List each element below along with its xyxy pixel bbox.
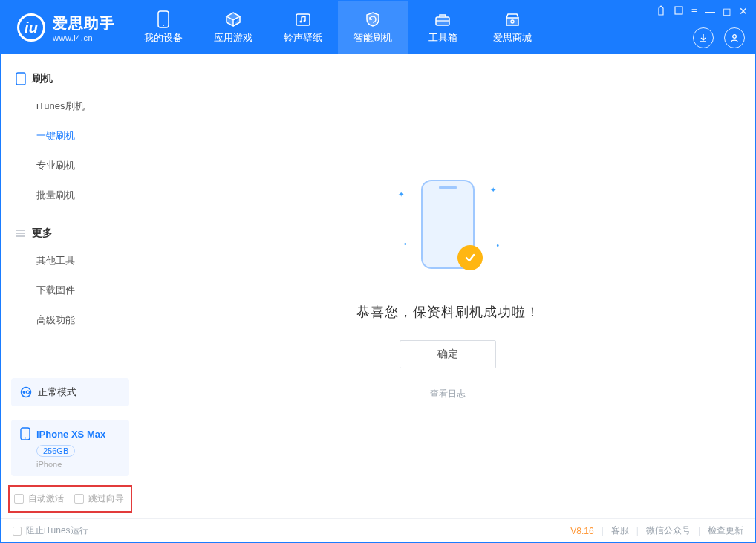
sidebar-item-itunes-flash[interactable]: iTunes刷机 bbox=[1, 91, 140, 121]
app-logo: iu 爱思助手 www.i4.cn bbox=[1, 1, 128, 54]
window-controls: ≡ — ◻ ✕ bbox=[656, 5, 748, 17]
link-check-update[interactable]: 检查更新 bbox=[708, 524, 743, 537]
svg-point-9 bbox=[733, 35, 737, 39]
menu-icon[interactable]: ≡ bbox=[691, 5, 697, 17]
mode-icon bbox=[20, 386, 32, 398]
device-name: iPhone XS Max bbox=[36, 429, 105, 440]
app-site: www.i4.cn bbox=[53, 33, 115, 42]
checkbox-block-itunes[interactable]: 阻止iTunes运行 bbox=[13, 524, 88, 537]
sidebar: 刷机 iTunes刷机 一键刷机 专业刷机 批量刷机 更多 其他工具 下载固件 … bbox=[1, 54, 140, 518]
header-tabs: 我的设备 应用游戏 铃声壁纸 智能刷机 工具箱 bbox=[128, 1, 547, 54]
check-badge-icon bbox=[457, 245, 483, 270]
checkbox-label: 阻止iTunes运行 bbox=[26, 524, 88, 537]
sidebar-group-flash: 刷机 bbox=[1, 66, 140, 91]
tab-label: 智能刷机 bbox=[353, 31, 392, 45]
checkbox-label: 自动激活 bbox=[28, 492, 64, 505]
tab-label: 爱思商城 bbox=[493, 31, 532, 45]
sparkle-icon: • bbox=[496, 241, 499, 250]
checkbox-skip-guide[interactable]: 跳过向导 bbox=[74, 492, 124, 505]
sidebar-group-title: 刷机 bbox=[32, 72, 53, 85]
view-log-link[interactable]: 查看日志 bbox=[430, 388, 466, 400]
device-info-box[interactable]: iPhone XS Max 256GB iPhone bbox=[11, 420, 129, 476]
app-body: 刷机 iTunes刷机 一键刷机 专业刷机 批量刷机 更多 其他工具 下载固件 … bbox=[1, 54, 755, 518]
device-small-icon bbox=[20, 427, 30, 440]
checkbox-icon bbox=[74, 494, 84, 504]
sparkle-icon: ✦ bbox=[398, 190, 404, 198]
account-icon[interactable] bbox=[724, 27, 745, 48]
device-type: iPhone bbox=[36, 460, 120, 469]
success-illustration: ✦ ✦ • • bbox=[392, 172, 504, 284]
svg-point-18 bbox=[25, 438, 26, 439]
close-button[interactable]: ✕ bbox=[739, 5, 748, 17]
svg-point-4 bbox=[304, 20, 306, 22]
tab-label: 我的设备 bbox=[144, 31, 183, 45]
app-header: iu 爱思助手 www.i4.cn 我的设备 应用游戏 铃声壁纸 bbox=[1, 1, 755, 54]
svg-point-3 bbox=[300, 21, 302, 23]
refresh-shield-icon bbox=[364, 10, 382, 28]
toolbox-icon bbox=[434, 10, 452, 28]
svg-rect-8 bbox=[675, 7, 682, 14]
music-folder-icon bbox=[294, 10, 312, 28]
device-capacity: 256GB bbox=[36, 445, 75, 457]
highlighted-checkbox-row: 自动激活 跳过向导 bbox=[8, 485, 132, 513]
tab-smart-flash[interactable]: 智能刷机 bbox=[338, 1, 408, 54]
status-right: V8.16 | 客服 | 微信公众号 | 检查更新 bbox=[570, 524, 743, 537]
logo-text: 爱思助手 www.i4.cn bbox=[53, 13, 115, 42]
tab-shop[interactable]: 爱思商城 bbox=[478, 1, 547, 54]
svg-point-1 bbox=[163, 25, 164, 26]
tab-label: 应用游戏 bbox=[214, 31, 252, 45]
checkbox-label: 跳过向导 bbox=[88, 492, 124, 505]
cloth-icon[interactable] bbox=[656, 5, 666, 17]
sparkle-icon: • bbox=[404, 240, 407, 248]
app-name: 爱思助手 bbox=[53, 13, 115, 33]
tab-ringtones-wallpapers[interactable]: 铃声壁纸 bbox=[268, 1, 338, 54]
device-mode-label: 正常模式 bbox=[38, 386, 76, 399]
sidebar-item-pro-flash[interactable]: 专业刷机 bbox=[1, 151, 140, 181]
phone-outline-icon bbox=[16, 72, 26, 85]
list-icon bbox=[16, 228, 26, 238]
main-content: ✦ ✦ • • 恭喜您，保资料刷机成功啦！ 确定 查看日志 bbox=[140, 54, 755, 518]
ok-button[interactable]: 确定 bbox=[400, 340, 496, 368]
sidebar-group-title: 更多 bbox=[32, 227, 53, 240]
skin-icon[interactable] bbox=[674, 5, 684, 17]
sparkle-icon: ✦ bbox=[490, 186, 496, 194]
sidebar-item-onekey-flash[interactable]: 一键刷机 bbox=[1, 121, 140, 151]
tab-label: 工具箱 bbox=[428, 31, 457, 45]
device-mode-box[interactable]: 正常模式 bbox=[11, 378, 129, 406]
link-service[interactable]: 客服 bbox=[611, 524, 629, 537]
checkbox-icon bbox=[13, 527, 22, 536]
sidebar-item-download-firmware[interactable]: 下载固件 bbox=[1, 276, 140, 305]
cube-icon bbox=[224, 10, 242, 28]
logo-icon: iu bbox=[17, 13, 45, 42]
tab-my-device[interactable]: 我的设备 bbox=[128, 1, 198, 54]
svg-point-15 bbox=[23, 391, 26, 394]
svg-rect-2 bbox=[296, 14, 310, 25]
sidebar-item-batch-flash[interactable]: 批量刷机 bbox=[1, 181, 140, 210]
sidebar-item-advanced[interactable]: 高级功能 bbox=[1, 305, 140, 335]
device-icon bbox=[154, 10, 172, 28]
version-label: V8.16 bbox=[570, 526, 593, 536]
success-message: 恭喜您，保资料刷机成功啦！ bbox=[356, 303, 540, 321]
link-wechat[interactable]: 微信公众号 bbox=[646, 524, 691, 537]
maximize-button[interactable]: ◻ bbox=[723, 5, 731, 17]
shop-icon bbox=[504, 10, 521, 28]
checkbox-icon bbox=[14, 494, 24, 504]
sidebar-group-more: 更多 bbox=[1, 221, 140, 246]
tab-toolbox[interactable]: 工具箱 bbox=[408, 1, 478, 54]
svg-point-16 bbox=[27, 391, 30, 394]
tab-apps-games[interactable]: 应用游戏 bbox=[198, 1, 268, 54]
sidebar-item-other-tools[interactable]: 其他工具 bbox=[1, 246, 140, 276]
download-icon[interactable] bbox=[693, 27, 714, 48]
tab-label: 铃声壁纸 bbox=[284, 31, 322, 45]
svg-rect-10 bbox=[16, 73, 25, 85]
minimize-button[interactable]: — bbox=[705, 5, 715, 17]
checkbox-auto-activate[interactable]: 自动激活 bbox=[14, 492, 64, 505]
header-right-icons bbox=[693, 27, 745, 48]
status-bar: 阻止iTunes运行 V8.16 | 客服 | 微信公众号 | 检查更新 bbox=[1, 518, 755, 542]
